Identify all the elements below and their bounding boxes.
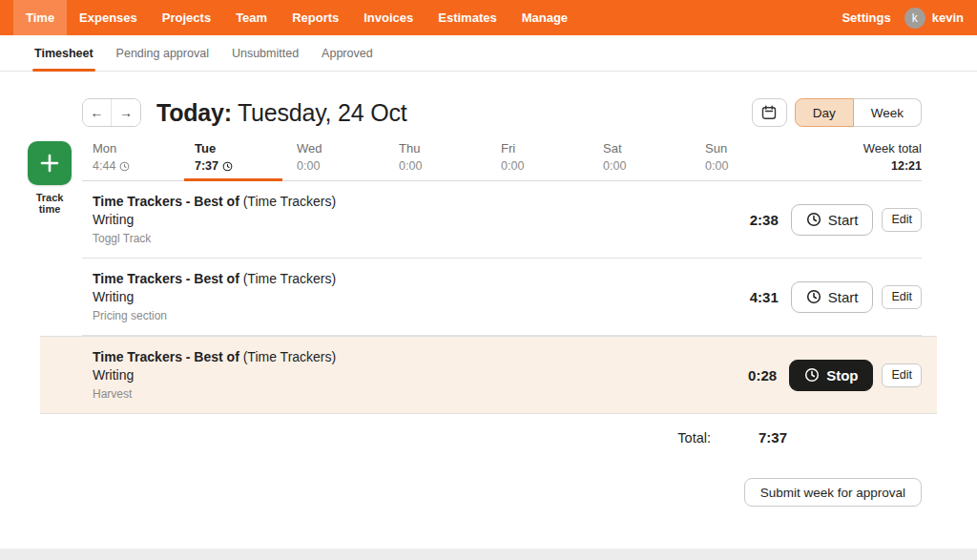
entry-client: (Time Trackers)	[243, 349, 336, 364]
entry-time: 2:38	[729, 212, 779, 228]
day-column-sat[interactable]: Sat0:00	[592, 141, 695, 173]
timer-button-label: Start	[828, 289, 859, 305]
entry-project: Time Trackers - Best of	[93, 271, 243, 286]
day-total-row: Total: 7:37	[82, 414, 922, 461]
stop-timer-button[interactable]: Stop	[789, 360, 873, 391]
entry-info: Time Trackers - Best of (Time Trackers)W…	[82, 271, 336, 322]
entry-note: Pricing section	[93, 309, 336, 322]
week-total-value: 12:21	[797, 159, 922, 173]
day-column-wed[interactable]: Wed0:00	[286, 141, 388, 173]
day-column-fri[interactable]: Fri0:00	[490, 141, 592, 173]
clock-icon	[222, 161, 233, 172]
entry-info: Time Trackers - Best of (Time Trackers)W…	[82, 349, 336, 401]
time-entry-row: Time Trackers - Best of (Time Trackers)W…	[40, 336, 937, 414]
nav-item-expenses[interactable]: Expenses	[67, 0, 150, 35]
tab-pending-approval[interactable]: Pending approval	[105, 35, 220, 71]
next-day-button[interactable]: →	[112, 99, 140, 126]
clock-icon	[806, 289, 821, 304]
clock-icon	[804, 367, 820, 383]
top-navigation-bar: TimeExpensesProjectsTeamReportsInvoicesE…	[0, 0, 977, 35]
nav-item-time[interactable]: Time	[13, 0, 67, 35]
main-nav: TimeExpensesProjectsTeamReportsInvoicesE…	[13, 0, 580, 35]
day-column-thu[interactable]: Thu0:00	[388, 141, 490, 173]
day-view-button[interactable]: Day	[795, 98, 854, 127]
entry-task: Writing	[93, 367, 336, 383]
timer-button-label: Stop	[826, 367, 858, 384]
calendar-button[interactable]	[752, 98, 787, 127]
entry-info: Time Trackers - Best of (Time Trackers)W…	[82, 194, 336, 245]
settings-link[interactable]: Settings	[838, 10, 894, 25]
day-time: 4:44	[93, 159, 184, 173]
view-controls: Day Week	[752, 98, 922, 127]
tab-unsubmitted[interactable]: Unsubmitted	[220, 35, 310, 71]
entry-actions: 0:28StopEdit	[727, 360, 922, 391]
submit-row: Submit week for approval	[82, 478, 922, 507]
edit-entry-button[interactable]: Edit	[882, 208, 922, 232]
tab-timesheet[interactable]: Timesheet	[23, 35, 105, 71]
entry-note: Toggl Track	[93, 232, 336, 245]
entry-actions: 2:38StartEdit	[729, 204, 922, 236]
clock-icon	[806, 212, 821, 227]
submit-week-button[interactable]: Submit week for approval	[744, 478, 922, 507]
entry-project: Time Trackers - Best of	[93, 194, 243, 209]
day-column-mon[interactable]: Mon4:44	[82, 141, 184, 173]
entry-time: 0:28	[727, 367, 777, 384]
entry-client: (Time Trackers)	[243, 271, 336, 286]
start-timer-button[interactable]: Start	[791, 281, 874, 313]
day-name: Tue	[195, 141, 286, 156]
day-name: Sat	[603, 141, 695, 156]
entry-project-client: Time Trackers - Best of (Time Trackers)	[93, 271, 336, 286]
nav-item-reports[interactable]: Reports	[280, 0, 351, 35]
day-time: 0:00	[297, 159, 388, 173]
date-nav-arrows: ← →	[82, 98, 141, 127]
start-timer-button[interactable]: Start	[791, 204, 874, 236]
title-prefix: Today:	[156, 99, 232, 126]
timesheet-subnav: TimesheetPending approvalUnsubmittedAppr…	[0, 35, 977, 72]
entry-project-client: Time Trackers - Best of (Time Trackers)	[93, 194, 336, 209]
page-title: Today:Tuesday, 24 Oct	[156, 99, 407, 127]
week-total: Week total 12:21	[797, 141, 922, 173]
time-entry-row: Time Trackers - Best of (Time Trackers)W…	[82, 181, 922, 259]
entry-time: 4:31	[729, 289, 779, 305]
day-name: Thu	[399, 141, 490, 156]
day-name: Sun	[705, 141, 797, 156]
nav-item-projects[interactable]: Projects	[150, 0, 223, 35]
entry-project-client: Time Trackers - Best of (Time Trackers)	[93, 349, 336, 364]
day-column-tue[interactable]: Tue7:37	[184, 141, 286, 173]
username-label: kevin	[932, 10, 964, 25]
edit-entry-button[interactable]: Edit	[882, 285, 922, 309]
total-value: 7:37	[738, 429, 787, 446]
clock-icon	[119, 161, 130, 172]
previous-day-button[interactable]: ←	[83, 99, 112, 126]
day-time: 7:37	[195, 159, 286, 173]
day-time: 0:00	[603, 159, 695, 173]
week-total-label: Week total	[797, 141, 922, 156]
tab-approved[interactable]: Approved	[310, 35, 385, 71]
plus-icon	[28, 141, 72, 185]
nav-item-invoices[interactable]: Invoices	[351, 0, 426, 35]
date-header-row: ← → Today:Tuesday, 24 Oct Day Week	[82, 95, 922, 130]
entry-task: Writing	[93, 212, 336, 227]
avatar: k	[904, 8, 925, 29]
entry-note: Harvest	[93, 387, 336, 401]
day-week-toggle: Day Week	[795, 98, 922, 127]
nav-item-team[interactable]: Team	[223, 0, 280, 35]
window-bottom-edge	[0, 549, 977, 560]
day-column-sun[interactable]: Sun0:00	[695, 141, 797, 173]
edit-entry-button[interactable]: Edit	[882, 363, 922, 387]
timer-button-label: Start	[828, 212, 859, 228]
nav-item-estimates[interactable]: Estimates	[426, 0, 509, 35]
track-time-label: Track time	[25, 192, 74, 215]
day-name: Mon	[93, 141, 184, 156]
day-time: 0:00	[501, 159, 592, 173]
week-view-button[interactable]: Week	[854, 98, 922, 127]
entry-project: Time Trackers - Best of	[93, 349, 243, 364]
track-time-button[interactable]: Track time	[25, 141, 74, 215]
main-content: Track time ← → Today:Tuesday, 24 Oct Day…	[0, 72, 977, 507]
nav-item-manage[interactable]: Manage	[509, 0, 580, 35]
entry-actions: 4:31StartEdit	[729, 281, 922, 313]
title-date: Tuesday, 24 Oct	[238, 99, 407, 126]
user-menu[interactable]: k kevin	[904, 8, 964, 29]
day-name: Wed	[297, 141, 388, 156]
week-day-header: Mon4:44Tue7:37Wed0:00Thu0:00Fri0:00Sat0:…	[82, 141, 922, 181]
